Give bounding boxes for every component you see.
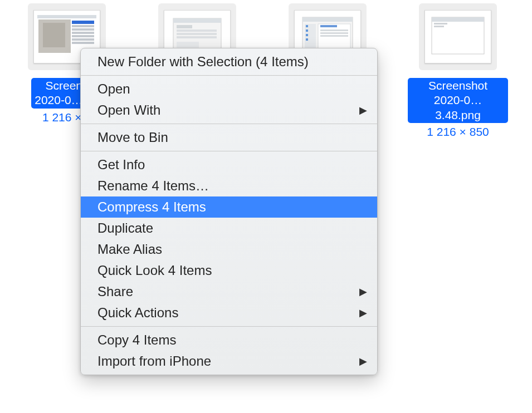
menu-quick-look[interactable]: Quick Look 4 Items (81, 260, 377, 281)
menu-label: Rename 4 Items… (97, 178, 209, 194)
file-name-line1: Screenshot (428, 79, 487, 92)
svg-rect-25 (306, 34, 308, 36)
menu-label: Open (97, 81, 130, 97)
svg-rect-29 (320, 30, 348, 31)
menu-label: Move to Bin (97, 130, 168, 145)
svg-rect-21 (302, 17, 353, 22)
menu-get-info[interactable]: Get Info (81, 154, 377, 175)
menu-label: Compress 4 Items (97, 199, 206, 215)
menu-label: Quick Look 4 Items (97, 263, 212, 278)
svg-rect-4 (72, 21, 94, 24)
submenu-arrow-icon: ▶ (359, 355, 367, 367)
menu-share[interactable]: Share ▶ (81, 281, 377, 302)
menu-quick-actions[interactable]: Quick Actions ▶ (81, 302, 377, 323)
svg-rect-5 (72, 25, 94, 27)
menu-import-from-iphone[interactable]: Import from iPhone ▶ (81, 351, 377, 372)
svg-rect-9 (72, 38, 94, 41)
svg-rect-3 (43, 23, 65, 47)
file-dimensions: 1 216 × 850 (427, 125, 489, 139)
svg-rect-33 (432, 17, 484, 54)
svg-rect-35 (434, 23, 447, 24)
menu-label: New Folder with Selection (4 Items) (97, 54, 309, 70)
finder-context-menu: New Folder with Selection (4 Items) Open… (80, 48, 378, 375)
svg-rect-14 (177, 25, 192, 28)
menu-separator (81, 75, 377, 76)
svg-rect-23 (306, 25, 308, 27)
file-item[interactable]: Screenshot 2020-0…3.48.png 1 216 × 850 (408, 3, 508, 139)
menu-separator (81, 326, 377, 327)
svg-rect-30 (320, 32, 348, 34)
menu-new-folder-with-selection[interactable]: New Folder with Selection (4 Items) (81, 51, 377, 72)
svg-rect-24 (306, 30, 308, 32)
svg-rect-8 (72, 35, 94, 37)
menu-compress[interactable]: Compress 4 Items (81, 196, 377, 218)
file-thumbnail (419, 3, 497, 70)
svg-rect-31 (320, 35, 348, 37)
menu-duplicate[interactable]: Duplicate (81, 218, 377, 239)
menu-label: Copy 4 Items (97, 332, 176, 348)
menu-separator (81, 124, 377, 124)
menu-open[interactable]: Open (81, 78, 377, 100)
menu-label: Import from iPhone (97, 353, 211, 369)
menu-label: Duplicate (97, 220, 153, 236)
menu-make-alias[interactable]: Make Alias (81, 239, 377, 260)
menu-label: Get Info (97, 157, 145, 173)
svg-rect-1 (37, 15, 96, 18)
svg-rect-10 (72, 42, 94, 44)
svg-rect-27 (318, 24, 350, 51)
svg-rect-26 (306, 38, 308, 41)
svg-rect-6 (72, 28, 94, 31)
menu-label: Make Alias (97, 242, 162, 257)
svg-rect-34 (432, 17, 484, 22)
submenu-arrow-icon: ▶ (359, 104, 367, 116)
menu-move-to-bin[interactable]: Move to Bin (81, 127, 377, 148)
svg-rect-15 (177, 30, 217, 32)
svg-rect-22 (305, 24, 316, 51)
menu-label: Quick Actions (97, 305, 178, 321)
menu-label: Open With (97, 102, 160, 118)
svg-rect-16 (177, 33, 217, 35)
file-name-line2: 2020-0…3.48.png (434, 94, 482, 121)
svg-rect-36 (434, 26, 444, 27)
submenu-arrow-icon: ▶ (359, 286, 367, 298)
menu-open-with[interactable]: Open With ▶ (81, 100, 377, 121)
file-name-label: Screenshot 2020-0…3.48.png (408, 78, 508, 123)
menu-separator (81, 151, 377, 151)
svg-rect-17 (177, 36, 217, 38)
submenu-arrow-icon: ▶ (359, 307, 367, 319)
svg-rect-28 (320, 25, 337, 27)
menu-label: Share (97, 284, 133, 299)
svg-rect-7 (72, 32, 94, 34)
menu-rename[interactable]: Rename 4 Items… (81, 175, 377, 196)
menu-copy[interactable]: Copy 4 Items (81, 330, 377, 351)
svg-rect-13 (173, 18, 221, 23)
